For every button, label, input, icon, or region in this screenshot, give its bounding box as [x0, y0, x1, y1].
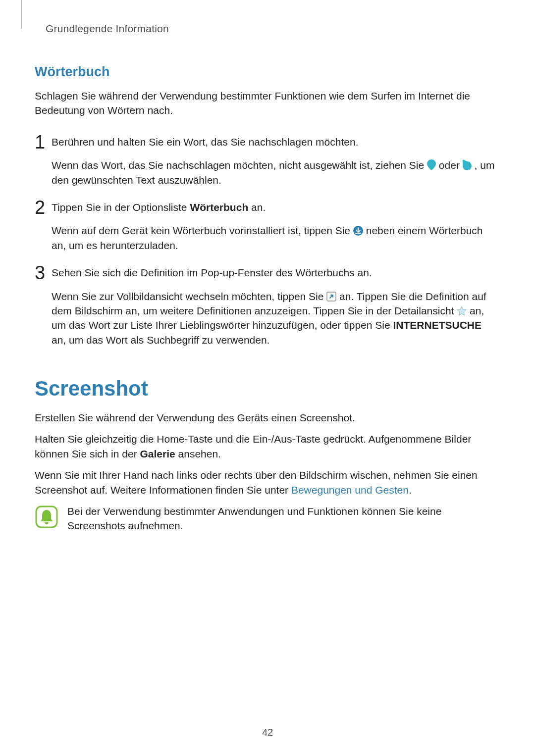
- step-body: Berühren und halten Sie ein Wort, das Si…: [52, 135, 496, 187]
- selection-handle-left-icon: [427, 159, 436, 170]
- section-title-screenshot: Screenshot: [35, 377, 496, 401]
- text: Wenn auf dem Gerät kein Wörterbuch vorin…: [52, 225, 353, 236]
- step-detail: Wenn auf dem Gerät kein Wörterbuch vorin…: [52, 223, 496, 252]
- page-number: 42: [0, 727, 535, 738]
- note-bell-icon: [35, 505, 58, 531]
- step-body: Tippen Sie in der Optionsliste Wörterbuc…: [52, 200, 496, 252]
- dictionary-intro: Schlagen Sie während der Verwendung best…: [35, 89, 496, 118]
- running-head: Grundlegende Information: [46, 23, 496, 35]
- step-body: Sehen Sie sich die Definition im Pop-up-…: [52, 265, 496, 347]
- text: ansehen.: [178, 448, 221, 459]
- selection-handle-right-icon: [463, 159, 472, 170]
- step-lead: Sehen Sie sich die Definition im Pop-up-…: [52, 265, 496, 280]
- step-1: 1 Berühren und halten Sie ein Wort, das …: [35, 135, 496, 187]
- text: .: [409, 484, 412, 496]
- step-number: 1: [35, 133, 52, 151]
- screenshot-p3: Wenn Sie mit Ihrer Hand nach links oder …: [35, 468, 496, 497]
- download-icon: [353, 226, 363, 236]
- section-title-dictionary: Wörterbuch: [35, 64, 496, 80]
- text-bold: INTERNETSUCHE: [393, 319, 482, 331]
- star-icon: [457, 306, 467, 316]
- step-number: 3: [35, 263, 52, 282]
- step-2: 2 Tippen Sie in der Optionsliste Wörterb…: [35, 200, 496, 252]
- text-bold: Wörterbuch: [190, 202, 248, 213]
- step-number: 2: [35, 198, 52, 217]
- screenshot-p1: Erstellen Sie während der Verwendung des…: [35, 410, 496, 425]
- step-lead: Tippen Sie in der Optionsliste Wörterbuc…: [52, 200, 496, 214]
- dictionary-steps: 1 Berühren und halten Sie ein Wort, das …: [35, 135, 496, 347]
- text: an, um das Wort als Suchbegriff zu verwe…: [52, 334, 269, 346]
- text: oder: [439, 159, 463, 171]
- gestures-link[interactable]: Bewegungen und Gesten: [291, 484, 409, 496]
- step-lead: Berühren und halten Sie ein Wort, das Si…: [52, 135, 496, 149]
- text: Tippen Sie in der Optionsliste: [52, 202, 190, 213]
- header-rule: [21, 0, 22, 29]
- note-block: Bei der Verwendung bestimmter Anwendunge…: [35, 504, 496, 533]
- text: Wenn Sie zur Vollbildansicht wechseln mö…: [52, 291, 326, 302]
- step-3: 3 Sehen Sie sich die Definition im Pop-u…: [35, 265, 496, 347]
- screenshot-p2: Halten Sie gleichzeitig die Home-Taste u…: [35, 432, 496, 461]
- step-detail: Wenn das Wort, das Sie nachschlagen möch…: [52, 158, 496, 187]
- text: Halten Sie gleichzeitig die Home-Taste u…: [35, 433, 471, 459]
- text-bold: Galerie: [140, 448, 175, 459]
- expand-icon: [326, 292, 336, 302]
- note-text: Bei der Verwendung bestimmter Anwendunge…: [67, 504, 496, 533]
- step-detail: Wenn Sie zur Vollbildansicht wechseln mö…: [52, 289, 496, 348]
- text: Wenn das Wort, das Sie nachschlagen möch…: [52, 159, 427, 171]
- manual-page: Grundlegende Information Wörterbuch Schl…: [0, 0, 535, 756]
- text: an.: [251, 202, 266, 213]
